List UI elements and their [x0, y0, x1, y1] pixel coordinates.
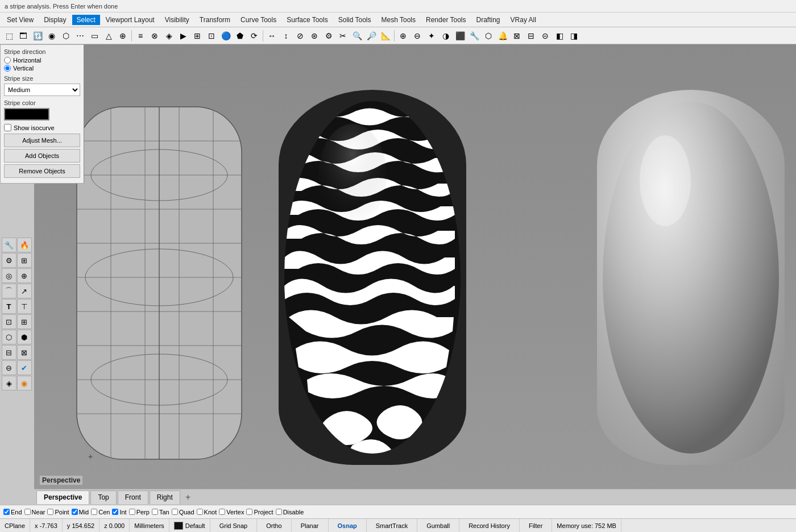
- snap-point-checkbox[interactable]: [47, 509, 53, 515]
- toolbar-btn-34[interactable]: ⬡: [482, 29, 495, 43]
- toolbar-btn-2[interactable]: 🗔: [16, 29, 30, 43]
- remove-objects-button[interactable]: Remove Objects: [4, 164, 80, 178]
- tool-icon-curve[interactable]: ⌒: [2, 284, 16, 298]
- toolbar-btn-12[interactable]: ◈: [162, 29, 176, 43]
- horizontal-radio[interactable]: [4, 57, 11, 64]
- toolbar-btn-31[interactable]: ◑: [439, 29, 453, 43]
- toolbar-btn-24[interactable]: ✂: [336, 29, 350, 43]
- tool-icon-check[interactable]: ✔: [17, 360, 32, 375]
- toolbar-btn-10[interactable]: ≡: [134, 29, 147, 43]
- tab-front[interactable]: Front: [118, 491, 148, 504]
- snap-end-checkbox[interactable]: [3, 509, 10, 515]
- toolbar-btn-30[interactable]: ✦: [425, 29, 438, 43]
- toolbar-btn-17[interactable]: ⬟: [233, 29, 247, 43]
- toolbar-btn-9[interactable]: ⊕: [116, 29, 130, 43]
- toolbar-btn-19[interactable]: ↔: [265, 29, 279, 43]
- toolbar-btn-1[interactable]: ⬚: [2, 29, 16, 43]
- menu-render-tools[interactable]: Render Tools: [421, 15, 471, 25]
- menu-vray-all[interactable]: VRay All: [506, 15, 541, 25]
- toolbar-btn-26[interactable]: 🔎: [364, 29, 378, 43]
- toolbar-btn-40[interactable]: ◨: [567, 29, 581, 43]
- tool-icon-box[interactable]: ⊡: [2, 314, 16, 329]
- snap-near-checkbox[interactable]: [24, 509, 31, 515]
- toolbar-btn-38[interactable]: ⊝: [538, 29, 552, 43]
- menu-curve-tools[interactable]: Curve Tools: [236, 15, 281, 25]
- toolbar-btn-25[interactable]: 🔍: [350, 29, 364, 43]
- tool-icon-transform[interactable]: 🔧: [2, 238, 16, 252]
- tool-icon-minus[interactable]: ⊟: [2, 345, 16, 360]
- toolbar-btn-4[interactable]: ◉: [45, 29, 59, 43]
- toolbar-btn-21[interactable]: ⊘: [293, 29, 307, 43]
- menu-surface-tools[interactable]: Surface Tools: [282, 15, 333, 25]
- vertical-radio-label[interactable]: Vertical: [4, 65, 80, 72]
- toolbar-btn-23[interactable]: ⚙: [322, 29, 335, 43]
- toolbar-btn-8[interactable]: △: [102, 29, 115, 43]
- toolbar-btn-3[interactable]: 🔃: [31, 29, 44, 43]
- toolbar-btn-29[interactable]: ⊖: [411, 29, 424, 43]
- tab-top[interactable]: Top: [90, 491, 116, 504]
- snap-vertex-checkbox[interactable]: [219, 509, 225, 515]
- tool-icon-fire[interactable]: 🔥: [17, 238, 32, 252]
- toolbar-btn-22[interactable]: ⊛: [308, 29, 321, 43]
- filter-button[interactable]: Filter: [524, 520, 547, 531]
- toolbar-btn-33[interactable]: 🔧: [467, 29, 481, 43]
- horizontal-radio-label[interactable]: Horizontal: [4, 57, 80, 64]
- viewport[interactable]: +: [34, 44, 796, 505]
- tool-icon-gear[interactable]: ⚙: [2, 253, 16, 268]
- snap-mid-checkbox[interactable]: [72, 509, 78, 515]
- toolbar-btn-18[interactable]: ⟳: [247, 29, 261, 43]
- toolbar-btn-7[interactable]: ▭: [88, 29, 101, 43]
- toolbar-btn-27[interactable]: 📐: [379, 29, 392, 43]
- snap-int-checkbox[interactable]: [112, 509, 118, 515]
- toolbar-btn-14[interactable]: ⊞: [190, 29, 204, 43]
- vertical-radio[interactable]: [4, 65, 11, 72]
- menu-visibility[interactable]: Visibility: [160, 15, 194, 25]
- osnap-button[interactable]: Osnap: [333, 520, 362, 531]
- tool-icon-circle[interactable]: ◎: [2, 268, 16, 283]
- snap-disable-checkbox[interactable]: [276, 509, 282, 515]
- toolbar-btn-28[interactable]: ⊕: [396, 29, 410, 43]
- toolbar-btn-15[interactable]: ⊡: [205, 29, 218, 43]
- gumball-button[interactable]: Gumball: [422, 520, 454, 531]
- tool-icon-arrow[interactable]: ↗: [17, 284, 32, 298]
- menu-solid-tools[interactable]: Solid Tools: [334, 15, 376, 25]
- toolbar-btn-39[interactable]: ◧: [553, 29, 566, 43]
- toolbar-btn-13[interactable]: ▶: [176, 29, 190, 43]
- toolbar-btn-11[interactable]: ⊗: [148, 29, 161, 43]
- tool-icon-plus[interactable]: ⊕: [17, 268, 32, 283]
- toolbar-btn-16[interactable]: 🔵: [219, 29, 233, 43]
- menu-mesh-tools[interactable]: Mesh Tools: [377, 15, 420, 25]
- toolbar-btn-32[interactable]: ⬛: [453, 29, 467, 43]
- menu-drafting[interactable]: Drafting: [472, 15, 505, 25]
- grid-snap-button[interactable]: Grid Snap: [215, 520, 252, 531]
- menu-transform[interactable]: Transform: [195, 15, 235, 25]
- snap-project-checkbox[interactable]: [246, 509, 252, 515]
- adjust-mesh-button[interactable]: Adjust Mesh...: [4, 134, 80, 147]
- snap-perp-checkbox[interactable]: [129, 509, 135, 515]
- menu-viewport-layout[interactable]: Viewport Layout: [101, 15, 159, 25]
- record-history-button[interactable]: Record History: [464, 520, 515, 531]
- tool-icon-target[interactable]: ◉: [17, 376, 32, 390]
- show-isocurve-checkbox[interactable]: [4, 124, 11, 131]
- toolbar-btn-6[interactable]: ⋯: [73, 29, 87, 43]
- tool-icon-grid[interactable]: ⊞: [17, 253, 32, 268]
- toolbar-btn-5[interactable]: ⬡: [59, 29, 73, 43]
- tab-right[interactable]: Right: [150, 491, 180, 504]
- menu-set-view[interactable]: Set View: [2, 15, 38, 25]
- snap-quad-checkbox[interactable]: [172, 509, 178, 515]
- snap-knot-checkbox[interactable]: [197, 509, 203, 515]
- tab-perspective[interactable]: Perspective: [36, 491, 89, 504]
- planar-button[interactable]: Planar: [296, 520, 324, 531]
- tool-icon-dash[interactable]: ⊖: [2, 360, 16, 375]
- tool-icon-text[interactable]: T: [2, 299, 16, 314]
- toolbar-btn-36[interactable]: ⊠: [510, 29, 524, 43]
- stripe-color-swatch[interactable]: [4, 108, 49, 120]
- snap-cen-checkbox[interactable]: [91, 509, 97, 515]
- toolbar-btn-37[interactable]: ⊟: [524, 29, 538, 43]
- tool-icon-hex[interactable]: ⬡: [2, 330, 16, 344]
- stripe-size-select[interactable]: Small Medium Large: [4, 84, 80, 96]
- add-viewport-button[interactable]: +: [183, 492, 194, 503]
- ortho-button[interactable]: Ortho: [262, 520, 287, 531]
- tool-icon-diamond[interactable]: ◈: [2, 376, 16, 390]
- tool-icon-tee[interactable]: ⊤: [17, 299, 32, 314]
